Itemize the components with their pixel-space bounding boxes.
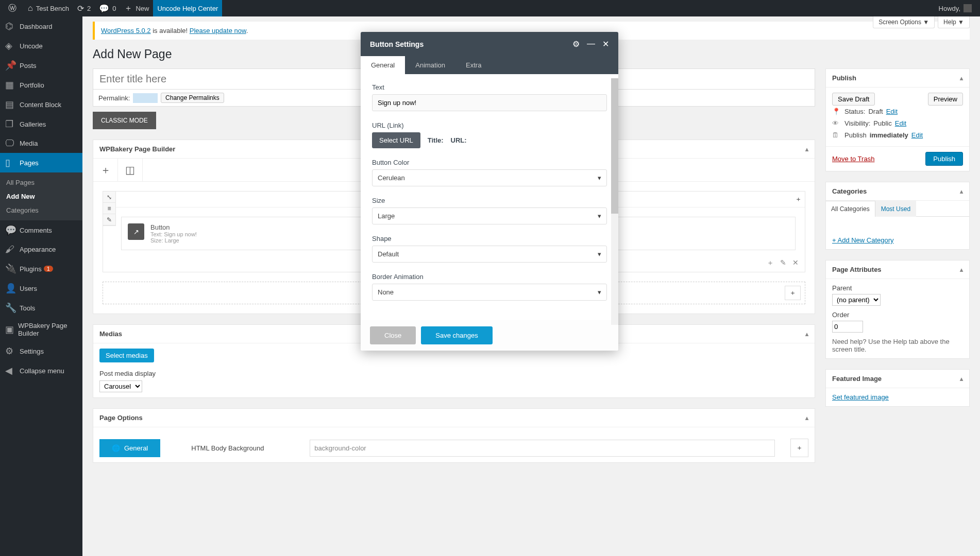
help-center-label: Uncode Help Center: [157, 5, 218, 12]
refresh-icon: ⟳: [77, 4, 84, 13]
updates-link[interactable]: ⟳2: [73, 0, 95, 16]
home-icon: ⌂: [28, 4, 33, 13]
site-name[interactable]: ⌂Test Bench: [24, 0, 73, 16]
admin-toolbar: ⓦ ⌂Test Bench ⟳2 💬0 ＋New Uncode Help Cen…: [0, 0, 980, 16]
comments-link[interactable]: 💬0: [95, 0, 120, 16]
new-content-link[interactable]: ＋New: [120, 0, 153, 16]
updates-count: 2: [87, 5, 91, 12]
new-label: New: [136, 5, 149, 12]
plus-icon: ＋: [124, 3, 132, 14]
wp-logo[interactable]: ⓦ: [4, 0, 24, 16]
my-account[interactable]: Howdy,: [935, 0, 976, 16]
comment-icon: 💬: [99, 4, 109, 13]
howdy-label: Howdy,: [939, 5, 960, 12]
help-center-link[interactable]: Uncode Help Center: [153, 0, 222, 16]
site-name-label: Test Bench: [36, 5, 69, 12]
avatar: [964, 4, 972, 12]
wordpress-icon: ⓦ: [8, 3, 16, 14]
comments-count: 0: [112, 5, 116, 12]
